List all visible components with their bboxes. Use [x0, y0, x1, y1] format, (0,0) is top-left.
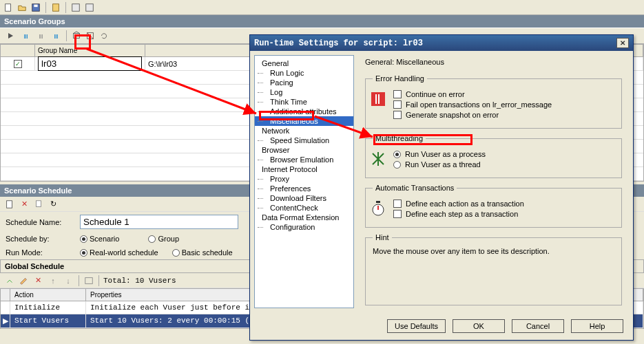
close-icon[interactable]: ✕	[616, 38, 629, 48]
chk-continue[interactable]	[393, 90, 402, 98]
run-mode-label: Run Mode:	[6, 248, 72, 257]
svg-rect-11	[85, 277, 93, 283]
tree-dlfilters[interactable]: Download Filters	[255, 193, 353, 203]
radio-realworld[interactable]: Real-world schedule	[80, 248, 158, 257]
scenario-groups-title: Scenario Groups	[0, 15, 644, 28]
error-handling-group: Error Handling Continue on error Fail op…	[365, 74, 622, 129]
svg-rect-13	[375, 94, 377, 104]
svg-rect-16	[376, 201, 380, 203]
schedule-name-label: Schedule Name:	[6, 218, 72, 226]
tree-run-logic[interactable]: Run Logic	[255, 68, 353, 78]
tree-dfe[interactable]: Data Format Extension	[255, 213, 353, 222]
help-button[interactable]: Help	[571, 319, 623, 333]
radio-group[interactable]: Group	[148, 235, 179, 243]
play-icon[interactable]	[4, 30, 17, 42]
tool1-icon[interactable]	[70, 2, 81, 13]
schedule-by-label: Schedule by:	[6, 235, 72, 243]
radio-thread[interactable]	[393, 161, 401, 169]
row-checkbox[interactable]	[14, 60, 22, 68]
new-icon[interactable]	[3, 2, 14, 13]
schedule-name-input[interactable]	[80, 215, 238, 229]
gs-up-icon[interactable]: ↑	[47, 275, 59, 287]
svg-rect-0	[6, 3, 11, 11]
open-icon[interactable]	[17, 2, 28, 13]
save-icon[interactable]	[30, 2, 41, 13]
svg-rect-6	[74, 34, 80, 39]
vusers-stop-icon[interactable]: ııı	[34, 30, 47, 42]
tree-general[interactable]: General	[255, 58, 353, 68]
dialog-title-text: Run-time Settings for script: lr03	[254, 39, 423, 48]
svg-rect-3	[53, 3, 59, 11]
radio-scenario[interactable]: Scenario	[80, 235, 119, 243]
gs-total-text: Total: 10 Vusers	[103, 277, 176, 285]
chk-snapshot[interactable]	[393, 111, 402, 119]
ok-button[interactable]: OK	[453, 319, 505, 333]
tree-prefs[interactable]: Preferences	[255, 184, 353, 193]
gs-add-icon[interactable]	[4, 275, 15, 286]
refresh-group-icon[interactable]	[98, 30, 110, 41]
gs-edit-icon[interactable]	[18, 275, 29, 286]
tree-proxy[interactable]: Proxy	[255, 174, 353, 184]
vusers-run-icon[interactable]: ııı	[19, 30, 32, 42]
dialog-titlebar[interactable]: Run-time Settings for script: lr03 ✕	[250, 35, 633, 51]
radio-process[interactable]	[393, 151, 401, 158]
sched-refresh-icon[interactable]: ↻	[47, 198, 59, 211]
error-icon	[370, 91, 386, 107]
tool2-icon[interactable]	[84, 2, 95, 13]
chk-trans-action[interactable]	[393, 200, 402, 208]
auto-trans-group: Automatic Transactions Define each actio…	[365, 184, 622, 228]
tree-additional[interactable]: Additional attributes	[255, 107, 353, 116]
tree-content[interactable]: ContentCheck	[255, 203, 353, 213]
hint-group: Hint Move the mouse over any item to see…	[365, 233, 622, 305]
gs-cols-icon[interactable]	[83, 275, 94, 286]
col-group-name[interactable]: Group Name	[35, 45, 145, 56]
svg-line-8	[87, 33, 94, 39]
tree-browser[interactable]: Browser	[255, 145, 353, 155]
tree-think-time[interactable]: Think Time	[255, 97, 353, 107]
pane-title: General: Miscellaneous	[365, 58, 622, 66]
tree-network[interactable]: Network	[255, 126, 353, 136]
tree-log[interactable]: Log	[255, 87, 353, 97]
svg-rect-2	[34, 4, 37, 7]
remove-group-icon[interactable]	[85, 30, 96, 41]
multithreading-group: Multithreading Run Vuser as a process Ru…	[365, 134, 622, 178]
gs-del-icon[interactable]: ✕	[32, 275, 44, 287]
sched-copy-icon[interactable]	[33, 199, 44, 210]
col-action[interactable]: Action	[10, 289, 86, 301]
radio-basic[interactable]: Basic schedule	[172, 248, 233, 257]
stopwatch-icon	[370, 200, 386, 217]
tree-speed[interactable]: Speed Simulation	[255, 136, 353, 145]
tree-miscellaneous[interactable]: Miscellaneous	[255, 116, 353, 126]
use-defaults-button[interactable]: Use Defaults	[387, 319, 446, 333]
add-group-icon[interactable]	[71, 30, 82, 41]
svg-rect-4	[72, 3, 80, 11]
tree-pacing[interactable]: Pacing	[255, 78, 353, 87]
sched-delete-icon[interactable]: ✕	[18, 198, 30, 211]
settings-pane: General: Miscellaneous Error Handling Co…	[358, 55, 629, 308]
chk-fail-open[interactable]	[393, 100, 402, 109]
tree-browser-em[interactable]: Browser Emulation	[255, 155, 353, 164]
book-icon[interactable]	[50, 2, 61, 13]
tree-config[interactable]: Configuration	[255, 222, 353, 232]
svg-rect-14	[378, 94, 380, 104]
svg-rect-5	[86, 3, 94, 11]
chk-trans-step[interactable]	[393, 210, 402, 218]
gs-down-icon[interactable]: ↓	[62, 275, 74, 287]
group-name-input[interactable]	[38, 56, 142, 71]
svg-rect-10	[37, 200, 41, 206]
cancel-button[interactable]: Cancel	[512, 319, 564, 333]
vusers-reset-icon[interactable]: ııı	[50, 30, 62, 42]
settings-tree[interactable]: General Run Logic Pacing Log Think Time …	[254, 55, 354, 308]
svg-rect-9	[7, 200, 12, 208]
sched-new-icon[interactable]	[4, 199, 15, 210]
hint-text: Move the mouse over any item to see its …	[373, 247, 614, 255]
runtime-settings-dialog: Run-time Settings for script: lr03 ✕ Gen…	[249, 34, 634, 341]
tree-internet[interactable]: Internet Protocol	[255, 164, 353, 174]
app-toolbar	[0, 0, 644, 15]
thread-icon	[370, 151, 386, 167]
